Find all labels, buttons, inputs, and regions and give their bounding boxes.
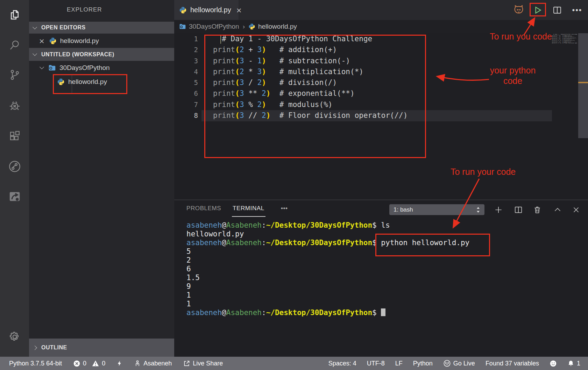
error-icon bbox=[73, 360, 80, 367]
share-extension-icon[interactable] bbox=[0, 186, 29, 207]
encoding-item[interactable]: UTF-8 bbox=[367, 360, 385, 367]
tab-helloworld[interactable]: helloworld.py × bbox=[174, 0, 239, 20]
terminal-line: asabeneh@Asabeneh:~/Desktop/30DaysOfPyth… bbox=[186, 221, 469, 230]
lightning-icon bbox=[116, 360, 123, 367]
more-actions-icon[interactable]: ••• bbox=[570, 0, 584, 20]
indentation-item[interactable]: Spaces: 4 bbox=[328, 360, 356, 367]
editor-tab-bar: helloworld.py × ••• bbox=[174, 0, 588, 20]
user-item[interactable]: Asabeneh bbox=[134, 360, 172, 367]
split-editor-icon[interactable] bbox=[551, 0, 564, 20]
language-item[interactable]: Python bbox=[413, 360, 433, 367]
panel-more-icon[interactable]: ••• bbox=[281, 205, 288, 212]
code-annotation-box bbox=[204, 35, 426, 158]
smiley-icon bbox=[550, 360, 557, 367]
terminal-command-annotation-box bbox=[375, 234, 490, 256]
sidebar-title: EXPLORER bbox=[67, 6, 102, 13]
tab-problems[interactable]: PROBLEMS bbox=[186, 205, 221, 212]
terminal-line: 1 bbox=[186, 291, 469, 300]
feedback-item[interactable] bbox=[550, 360, 557, 367]
breadcrumb-file[interactable]: helloworld.py bbox=[258, 23, 297, 30]
breadcrumb-folder[interactable]: 30DaysOfPython bbox=[189, 23, 239, 30]
select-arrows-icon bbox=[476, 206, 480, 213]
outline-header[interactable]: OUTLINE bbox=[29, 339, 174, 357]
terminal-line: asabeneh@Asabeneh:~/Desktop/30DaysOfPyth… bbox=[186, 308, 469, 317]
explorer-icon[interactable] bbox=[0, 5, 29, 26]
open-editor-item[interactable]: × helloworld.py bbox=[29, 34, 174, 48]
python-interpreter-item[interactable]: Python 3.7.5 64-bit bbox=[9, 360, 62, 367]
close-panel-icon[interactable] bbox=[570, 204, 582, 216]
scrollbar-marker bbox=[578, 82, 588, 83]
variables-item[interactable]: Found 37 variables bbox=[486, 360, 539, 367]
bottom-panel: PROBLEMS TERMINAL ••• 1: bash asabeneh@A… bbox=[174, 200, 588, 357]
terminal-tab-underline bbox=[232, 216, 265, 217]
vscode-window: EXPLORER OPEN EDITORS × helloworld.py UN… bbox=[0, 0, 588, 370]
terminal-cursor bbox=[381, 308, 385, 316]
run-annotation-text: To run you code bbox=[490, 31, 552, 42]
scrollbar[interactable] bbox=[578, 33, 588, 138]
python-file-icon bbox=[248, 23, 255, 30]
notifications-item[interactable]: 1 bbox=[567, 360, 580, 367]
cat-extension-icon[interactable] bbox=[512, 0, 525, 20]
close-icon[interactable]: × bbox=[39, 37, 45, 45]
terminal-line: 1 bbox=[186, 300, 469, 308]
folder-tree-item[interactable]: 30DaysOfPython bbox=[29, 61, 174, 74]
chevron-down-icon bbox=[33, 51, 37, 56]
person-icon bbox=[134, 360, 141, 367]
python-file-icon bbox=[49, 37, 57, 45]
workspace-label: UNTITLED (WORKSPACE) bbox=[41, 51, 114, 58]
go-live-item[interactable]: Go Live bbox=[443, 360, 475, 367]
terminal-line: 2 bbox=[186, 256, 469, 265]
open-editors-header[interactable]: OPEN EDITORS bbox=[29, 22, 174, 34]
terminal-line: 9 bbox=[186, 282, 469, 291]
shell-selector-value: 1: bash bbox=[394, 206, 413, 213]
debug-icon[interactable] bbox=[0, 95, 29, 116]
folder-icon bbox=[48, 64, 56, 72]
share-icon bbox=[183, 360, 190, 367]
folder-name: 30DaysOfPython bbox=[59, 64, 110, 72]
terminal-line: 1.5 bbox=[186, 273, 469, 282]
terminal-annotation-text: To run your code bbox=[451, 167, 516, 177]
kill-terminal-icon[interactable] bbox=[531, 204, 544, 216]
outline-label: OUTLINE bbox=[41, 344, 67, 351]
terminal-line: 6 bbox=[186, 265, 469, 273]
source-control-icon[interactable] bbox=[0, 64, 29, 85]
bell-icon bbox=[567, 360, 574, 367]
warning-icon bbox=[92, 360, 99, 367]
code-annotation-text: your python code bbox=[488, 65, 538, 86]
chevron-down-icon bbox=[40, 65, 44, 69]
line-numbers: 12345678 bbox=[174, 34, 198, 121]
breadcrumb-separator: › bbox=[243, 23, 245, 30]
status-bar: Python 3.7.5 64-bit 0 0 Asabeneh Live Sh… bbox=[0, 357, 588, 370]
open-editors-label: OPEN EDITORS bbox=[41, 24, 86, 31]
maximize-panel-icon[interactable] bbox=[551, 204, 564, 216]
tab-close-icon[interactable]: × bbox=[236, 6, 242, 14]
broadcast-icon bbox=[443, 360, 451, 367]
live-share-extension-icon[interactable] bbox=[0, 156, 29, 177]
minimap[interactable]: # Day 1 - 30DaysOfPython Challenge print… bbox=[552, 34, 577, 45]
explorer-sidebar: EXPLORER OPEN EDITORS × helloworld.py UN… bbox=[29, 0, 174, 357]
tab-label: helloworld.py bbox=[190, 6, 231, 14]
tab-terminal[interactable]: TERMINAL bbox=[233, 205, 264, 212]
python-file-icon bbox=[179, 6, 187, 14]
search-icon[interactable] bbox=[0, 35, 29, 56]
extensions-icon[interactable] bbox=[0, 126, 29, 147]
shell-selector[interactable]: 1: bash bbox=[389, 204, 484, 215]
chevron-right-icon bbox=[33, 346, 37, 350]
folder-icon bbox=[179, 23, 186, 30]
split-terminal-icon[interactable] bbox=[512, 204, 525, 216]
code-editor[interactable]: 12345678 # Day 1 - 30DaysOfPython Challe… bbox=[174, 33, 588, 200]
eol-item[interactable]: LF bbox=[395, 360, 403, 367]
activity-bar bbox=[0, 0, 29, 357]
power-item[interactable] bbox=[116, 360, 123, 367]
workspace-header[interactable]: UNTITLED (WORKSPACE) bbox=[29, 48, 174, 61]
settings-gear-icon[interactable] bbox=[0, 326, 29, 347]
new-terminal-icon[interactable] bbox=[492, 204, 505, 216]
run-button[interactable] bbox=[532, 0, 544, 20]
sidebar-file-annotation-box bbox=[53, 74, 127, 94]
chevron-down-icon bbox=[33, 25, 37, 29]
open-editor-filename: helloworld.py bbox=[60, 37, 99, 45]
live-share-item[interactable]: Live Share bbox=[183, 360, 223, 367]
problems-item[interactable]: 0 0 bbox=[73, 360, 105, 367]
